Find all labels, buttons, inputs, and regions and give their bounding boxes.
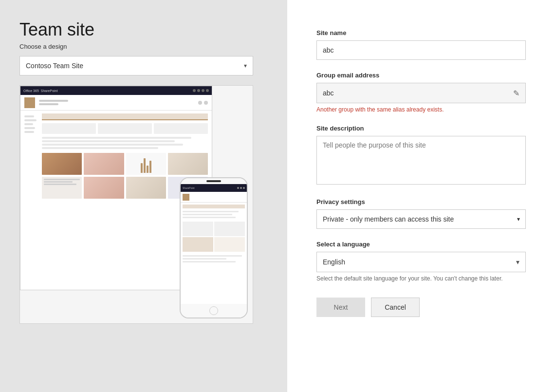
left-panel: Team site Choose a design Contoso Team S… [0, 0, 287, 392]
chart-bar-3 [147, 166, 148, 173]
privacy-select-wrapper: Private - only members can access this s… [316, 209, 526, 229]
img-cell-2 [84, 153, 124, 175]
content-row-3 [42, 144, 183, 146]
chevron-down-icon: ▾ [244, 62, 247, 69]
language-dropdown-value: English [323, 258, 345, 266]
desktop-header [20, 95, 212, 111]
mobile-row-3 [183, 217, 236, 218]
mobile-grid-cell-2 [214, 222, 245, 236]
mobile-grid-cell-1 [183, 222, 213, 236]
mobile-row-4 [183, 255, 242, 257]
topbar-icon-2 [197, 89, 200, 92]
chart-bar-2 [144, 158, 146, 173]
content-row-2 [42, 140, 175, 142]
edit-pencil-icon[interactable]: ✎ [507, 89, 525, 98]
site-logo [24, 97, 35, 108]
mobile-grid-cell-3 [183, 237, 213, 252]
group-email-input[interactable] [317, 83, 507, 103]
mobile-row-6 [183, 261, 236, 262]
privacy-settings-label: Privacy settings [316, 198, 526, 205]
mobile-home-button [181, 304, 247, 317]
page-title: Team site [19, 19, 268, 40]
mobile-home-circle [209, 306, 218, 315]
button-row: Next Cancel [316, 298, 526, 317]
img-cell-7 [126, 177, 166, 199]
sidebar-line-1 [24, 115, 34, 117]
mobile-grid-cell-4 [214, 237, 245, 252]
sidebar-line-4 [24, 127, 35, 129]
site-title-line-1 [39, 100, 68, 102]
topbar-icons [193, 89, 209, 92]
group-email-error: Another group with the same alias alread… [316, 106, 526, 113]
sidebar-line-3 [24, 123, 33, 125]
main-grid [42, 123, 208, 134]
img-cell-4 [168, 153, 208, 175]
site-title-lines [39, 100, 68, 105]
group-email-group: Group email address ✎ Another group with… [316, 72, 526, 113]
img-cell-6 [84, 177, 124, 199]
chart-bar-1 [141, 163, 143, 173]
mobile-mockup: SharePoint [180, 177, 248, 318]
email-input-wrapper: ✎ [316, 83, 526, 103]
cancel-button[interactable]: Cancel [371, 298, 420, 317]
select-language-label: Select a language [316, 241, 526, 248]
mobile-topbar-dot-1 [237, 187, 239, 189]
mobile-grid [183, 222, 245, 252]
mobile-header [181, 192, 247, 203]
content-rows [42, 137, 208, 149]
site-name-label: Site name [316, 29, 526, 37]
site-name-input[interactable] [316, 40, 526, 60]
choose-design-label: Choose a design [19, 43, 268, 50]
site-description-label: Site description [316, 125, 526, 132]
site-title-line-2 [39, 103, 58, 105]
mobile-topbar: SharePoint [181, 184, 247, 192]
site-name-group: Site name [316, 29, 526, 60]
select-language-group: Select a language English ▾ Select the d… [316, 241, 526, 282]
design-dropdown-value: Contoso Team Site [26, 62, 83, 70]
privacy-select[interactable]: Private - only members can access this s… [316, 209, 526, 229]
privacy-settings-group: Privacy settings Private - only members … [316, 198, 526, 229]
mobile-notch [181, 178, 247, 184]
grid-cell-1 [42, 123, 96, 134]
desktop-topbar: Office 365 SharePoint [20, 86, 212, 95]
preview-area: Office 365 SharePoint [19, 85, 253, 324]
chart-bar-4 [149, 161, 151, 173]
mobile-row-2 [183, 214, 232, 215]
sidebar-line-5 [24, 131, 34, 133]
mobile-content [181, 203, 247, 304]
main-banner [42, 113, 208, 120]
content-row-4 [42, 147, 158, 149]
mobile-topbar-label: SharePoint [183, 187, 195, 189]
desktop-sidebar [24, 113, 39, 199]
site-description-group: Site description [316, 125, 526, 187]
topbar-icon-4 [206, 89, 209, 92]
grid-cell-3 [154, 123, 208, 134]
topbar-icon-1 [193, 89, 196, 92]
img-cell-3 [126, 153, 166, 175]
header-dot-2 [204, 101, 208, 105]
next-button[interactable]: Next [316, 298, 365, 317]
header-dot-1 [198, 101, 202, 105]
sidebar-line-2 [24, 119, 37, 121]
mobile-topbar-icons [237, 187, 245, 189]
language-chevron-down-icon: ▾ [516, 258, 519, 266]
header-dots [198, 101, 208, 105]
mobile-row-1 [183, 211, 239, 212]
mobile-topbar-dot-2 [240, 187, 242, 189]
topbar-icon-3 [202, 89, 204, 92]
language-hint: Select the default site language for you… [316, 275, 526, 282]
img-cell-1 [42, 153, 82, 175]
topbar-sharepoint-label: SharePoint [41, 89, 58, 93]
site-description-textarea[interactable] [316, 136, 526, 185]
content-row-1 [42, 137, 191, 139]
language-dropdown[interactable]: English ▾ [316, 252, 526, 272]
right-panel: Site name Group email address ✎ Another … [287, 0, 555, 392]
mobile-topbar-dot-3 [243, 187, 245, 189]
mobile-row-5 [183, 258, 226, 260]
img-cell-5 [42, 177, 82, 199]
mobile-banner [183, 205, 245, 208]
mobile-notch-bar [206, 180, 221, 182]
grid-cell-2 [98, 123, 152, 134]
group-email-label: Group email address [316, 72, 526, 79]
design-dropdown[interactable]: Contoso Team Site ▾ [19, 56, 253, 75]
